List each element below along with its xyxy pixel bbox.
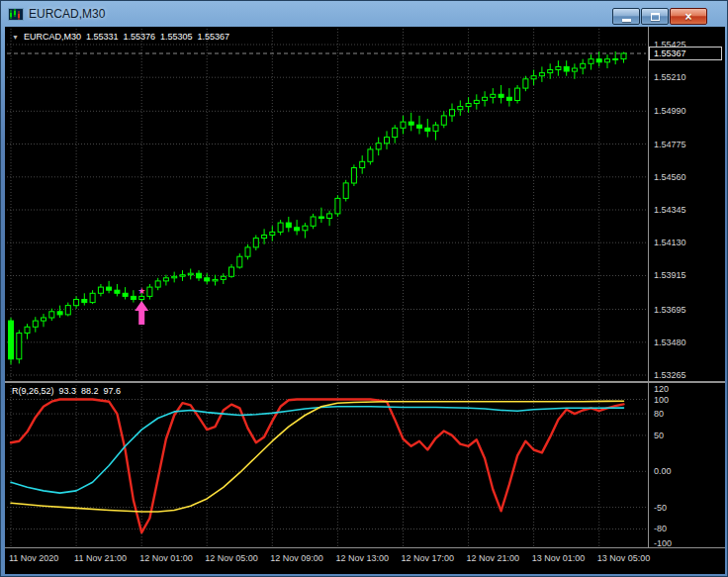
- time-axis-label: 11 Nov 2020: [9, 553, 58, 563]
- price-scale-axis[interactable]: 1.554251.552101.549901.547751.545601.543…: [649, 27, 725, 548]
- price-axis-label: 1.54775: [654, 140, 686, 149]
- indicator-value-2: 88.2: [81, 386, 99, 396]
- signal-star-icon: ★: [137, 286, 145, 296]
- indicator-scale-label: 0.00: [654, 466, 672, 476]
- indicator-label: R(9,26,52) 93.3 88.2 97.6: [12, 386, 121, 396]
- indicator-name: R(9,26,52): [12, 386, 54, 396]
- chart-client-area: ★ ▼ EURCAD,M30 1.55331 1.55376 1.55305 1…: [5, 27, 725, 574]
- symbol-period: EURCAD,M30: [24, 32, 81, 42]
- time-axis[interactable]: 11 Nov 202011 Nov 21:0012 Nov 01:0012 No…: [5, 550, 725, 572]
- price-axis-label: 1.54345: [654, 205, 686, 215]
- price-axis-label: 1.54990: [654, 106, 686, 116]
- time-axis-label: 12 Nov 13:00: [335, 553, 389, 563]
- indicator-scale-label: -80: [654, 524, 667, 533]
- open-value: 1.55331: [86, 32, 119, 42]
- price-axis-label: 1.53480: [654, 337, 686, 347]
- indicator-scale-label: -100: [654, 538, 672, 548]
- minimize-icon: [622, 19, 631, 22]
- indicator-line-signal: [11, 407, 624, 493]
- price-axis-label: 1.55210: [654, 72, 686, 82]
- high-value: 1.55376: [124, 32, 156, 42]
- time-axis-label: 12 Nov 09:00: [270, 553, 323, 563]
- close-value: 1.55367: [198, 32, 230, 42]
- close-button[interactable]: ×: [670, 8, 707, 25]
- close-icon: ×: [684, 11, 691, 23]
- time-axis-label: 13 Nov 01:00: [532, 553, 586, 563]
- time-axis-label: 12 Nov 17:00: [401, 553, 454, 563]
- chart-window: EURCAD,M30 × ★ ▼ EURCAD,M30 1.55331 1.55…: [0, 0, 728, 577]
- chart-ohlc-header: ▼ EURCAD,M30 1.55331 1.55376 1.55305 1.5…: [12, 32, 229, 42]
- indicator-scale-label: 100: [654, 395, 669, 405]
- time-axis-label: 12 Nov 05:00: [205, 553, 258, 563]
- window-title: EURCAD,M30: [29, 7, 105, 21]
- price-axis-label: 1.53265: [654, 370, 686, 380]
- indicator-scale-label: -50: [654, 503, 667, 513]
- price-axis-label: 1.54560: [654, 172, 686, 182]
- collapse-chart-button[interactable]: ▼: [12, 34, 19, 41]
- subwindow-divider[interactable]: [5, 381, 725, 383]
- indicator-line-fast: [11, 400, 624, 533]
- current-price-badge: 1.55367: [649, 47, 722, 60]
- buy-arrow-icon: [135, 301, 148, 325]
- indicator-scale-label: 120: [654, 384, 669, 394]
- time-axis-label: 12 Nov 21:00: [467, 553, 520, 563]
- minimize-button[interactable]: [612, 8, 640, 25]
- time-axis-label: 13 Nov 05:00: [597, 553, 651, 563]
- window-controls: ×: [612, 8, 707, 25]
- indicator-value-1: 93.3: [59, 386, 77, 396]
- low-value: 1.55305: [160, 32, 193, 42]
- time-axis-label: 12 Nov 01:00: [139, 553, 193, 563]
- maximize-icon: [651, 13, 660, 21]
- chart-canvas[interactable]: ★: [5, 27, 725, 574]
- indicator-scale-label: 80: [654, 409, 664, 419]
- indicator-line-slow: [11, 401, 624, 512]
- price-axis-label: 1.53915: [654, 270, 686, 280]
- time-axis-label: 11 Nov 21:00: [74, 553, 127, 563]
- chart-icon: [8, 8, 24, 21]
- price-axis-label: 1.54130: [654, 238, 686, 247]
- titlebar[interactable]: EURCAD,M30 ×: [1, 1, 727, 27]
- indicator-value-3: 97.6: [104, 386, 122, 396]
- maximize-button[interactable]: [641, 8, 669, 25]
- indicator-scale-label: 50: [654, 431, 664, 440]
- price-axis-label: 1.53695: [654, 305, 686, 315]
